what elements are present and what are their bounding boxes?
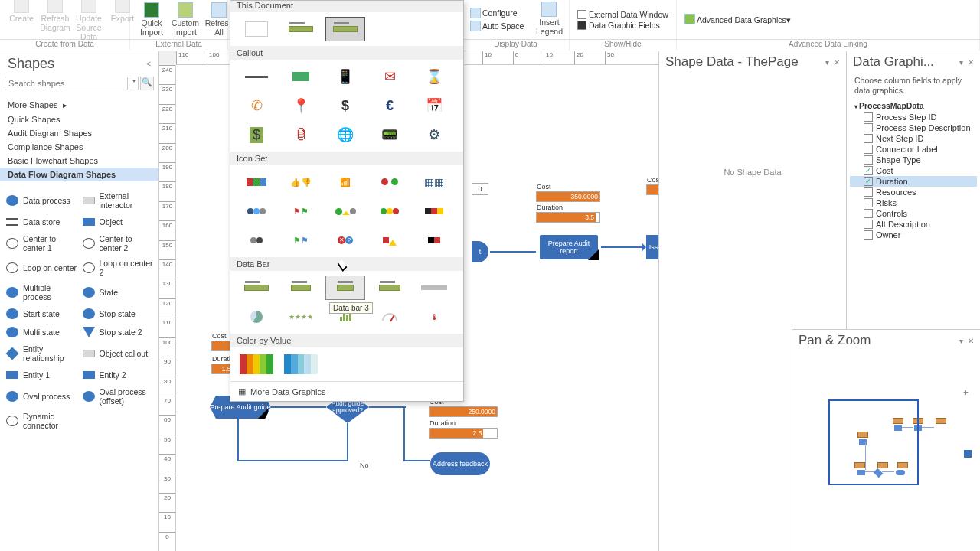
callout-chip-icon[interactable]: ⚙	[414, 122, 454, 147]
iconset-circles-icon[interactable]	[237, 199, 276, 223]
shape-item[interactable]: Center to center 2	[80, 232, 156, 255]
callout-thumb[interactable]	[237, 64, 276, 89]
shape-item[interactable]: Oval process (offset)	[80, 385, 156, 408]
callout-thumb[interactable]	[281, 64, 321, 89]
iconset-ryg-icon[interactable]	[370, 199, 410, 223]
iconset-boxes-icon[interactable]	[414, 199, 454, 223]
insert-legend-button[interactable]: Insert Legend	[531, 0, 567, 37]
search-dropdown-icon[interactable]: ▾	[129, 77, 139, 90]
field-checkbox-row[interactable]: Risks	[850, 197, 977, 208]
collapse-shapes-icon[interactable]: <	[146, 60, 151, 68]
shape-item[interactable]: Object callout	[80, 342, 156, 365]
create-button[interactable]: Create	[5, 0, 38, 43]
shape-item[interactable]: Data store	[3, 214, 80, 230]
zoom-in-icon[interactable]: +	[963, 387, 969, 398]
close-icon[interactable]: ✕	[968, 58, 974, 67]
field-checkbox-row[interactable]: Process Step ID	[850, 112, 977, 122]
field-checkbox-row[interactable]: ✓Duration	[850, 176, 977, 187]
callout-pin-icon[interactable]: 📍	[281, 93, 321, 118]
iconset-xmarks-icon[interactable]: ✕?	[325, 228, 365, 253]
iconset-status-icon[interactable]	[325, 199, 365, 223]
iconset-flags2-icon[interactable]: ⚑⚑	[281, 228, 321, 253]
callout-hourglass-icon[interactable]: ⌛	[414, 64, 454, 89]
field-checkbox-row[interactable]: Shape Type	[850, 155, 977, 165]
databar-thumb-3[interactable]: Data bar 3	[325, 276, 365, 300]
databar-thumb[interactable]	[237, 276, 276, 300]
refresh-diagram-button[interactable]: Refresh Diagram	[38, 0, 72, 43]
shape-item[interactable]: Loop on center	[3, 256, 80, 279]
shape-item[interactable]: Data process	[3, 189, 80, 212]
iconset-thumb[interactable]	[237, 228, 276, 253]
quick-import-button[interactable]: Quick Import	[135, 1, 168, 38]
databar-pie-icon[interactable]	[237, 305, 276, 329]
iconset-wifi-icon[interactable]: 📶	[325, 170, 365, 194]
iconset-bw-icon[interactable]	[414, 228, 454, 253]
advanced-data-graphics-button[interactable]: Advanced Data Graphics ▾	[681, 13, 975, 26]
shape-item[interactable]: Entity 1	[3, 367, 80, 383]
iconset-traffic-icon[interactable]	[370, 170, 410, 194]
close-icon[interactable]: ✕	[834, 58, 840, 67]
shape-item[interactable]: Entity relationship	[3, 342, 80, 365]
dropdown-icon[interactable]: ▾	[825, 58, 829, 67]
pan-zoom-viewport[interactable]	[828, 399, 919, 485]
callout-mail-icon[interactable]: ✉	[370, 64, 410, 89]
dropdown-icon[interactable]: ▾	[959, 58, 963, 67]
databar-gauge-icon[interactable]	[370, 305, 410, 329]
field-checkbox-row[interactable]: Owner	[850, 230, 977, 240]
callout-globe-icon[interactable]: 🌐	[325, 122, 365, 147]
shape-item[interactable]: Loop on center 2	[80, 256, 156, 279]
databar-thumb[interactable]	[414, 276, 454, 300]
field-checkbox-row[interactable]: ✓Cost	[850, 165, 977, 176]
shape-item[interactable]: Stop state 2	[80, 324, 156, 341]
databar-thumb[interactable]	[370, 276, 410, 300]
dg-thumb-none[interactable]	[237, 17, 276, 41]
search-shapes-input[interactable]	[5, 77, 128, 90]
iconset-thumb[interactable]	[237, 170, 276, 194]
callout-dollar-icon[interactable]: $	[325, 93, 365, 118]
colorbyvalue-blues[interactable]	[281, 352, 321, 377]
databar-stars-icon[interactable]: ★★★★	[281, 305, 321, 329]
colorbyvalue-rainbow[interactable]	[237, 352, 276, 377]
callout-phone-icon[interactable]: 📱	[325, 64, 365, 89]
process-shape[interactable]: Issu	[646, 235, 658, 259]
field-checkbox-row[interactable]: Connector Label	[850, 144, 977, 155]
dg-thumb[interactable]	[281, 17, 321, 41]
stencil-item[interactable]: Basic Flowchart Shapes	[0, 154, 158, 168]
field-checkbox-row[interactable]: Resources	[850, 187, 977, 197]
stencil-item[interactable]: Audit Diagram Shapes	[0, 126, 158, 140]
shape-item[interactable]: Multiple process	[3, 281, 80, 304]
field-checkbox-row[interactable]: Next Step ID	[850, 133, 977, 144]
search-go-icon[interactable]: 🔍	[140, 77, 154, 90]
external-data-window-toggle[interactable]: External Data Window	[574, 9, 671, 20]
shape-item[interactable]: Dynamic connector	[3, 409, 80, 432]
callout-money-icon[interactable]: $	[237, 122, 276, 147]
custom-import-button[interactable]: Custom Import	[168, 1, 202, 38]
close-icon[interactable]: ✕	[968, 337, 974, 345]
shape-item[interactable]: Center to center 1	[3, 232, 80, 255]
data-source-root[interactable]: ProcessMapData	[850, 99, 977, 112]
shape-partial[interactable]: t	[472, 241, 488, 262]
shape-item[interactable]: Entity 2	[80, 367, 156, 383]
shape-item[interactable]: Multi state	[3, 324, 80, 341]
callout-database-icon[interactable]: 🛢	[281, 122, 321, 147]
more-data-graphics[interactable]: ▦More Data Graphics	[230, 381, 463, 401]
iconset-flags-icon[interactable]: ⚑⚑	[281, 199, 321, 223]
callout-call-icon[interactable]: ✆	[237, 93, 276, 118]
dg-thumb[interactable]	[325, 17, 365, 41]
stencil-item[interactable]: Compliance Shapes	[0, 140, 158, 154]
dropdown-icon[interactable]: ▾	[959, 337, 963, 345]
terminator-shape[interactable]: Address feedback	[430, 452, 490, 475]
more-shapes-item[interactable]: More Shapes ▸	[0, 98, 158, 112]
shape-item[interactable]: External interactor	[80, 189, 156, 212]
shape-item[interactable]: State	[80, 281, 156, 304]
pan-zoom-view[interactable]: +	[802, 385, 971, 507]
stencil-item[interactable]: Quick Shapes	[0, 112, 158, 126]
databar-thumb[interactable]	[281, 276, 321, 300]
iconset-shapes-icon[interactable]	[370, 228, 410, 253]
databar-thermo-icon[interactable]: 🌡	[414, 305, 454, 329]
stencil-item[interactable]: Data Flow Diagram Shapes	[0, 168, 158, 181]
callout-calendar-icon[interactable]: 📅	[414, 93, 454, 118]
shape-item[interactable]: Object	[80, 214, 156, 230]
zoom-handle[interactable]	[964, 450, 972, 458]
iconset-thumbs-icon[interactable]: 👍👎	[281, 170, 321, 194]
